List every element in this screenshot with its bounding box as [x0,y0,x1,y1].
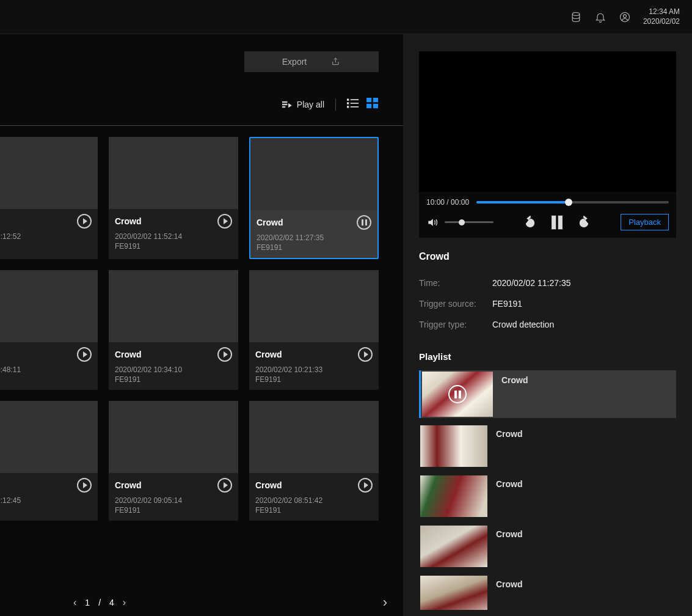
playlist-label: Crowd [501,372,528,385]
bell-icon[interactable] [594,11,606,23]
separator [335,98,336,111]
user-icon[interactable] [619,11,631,23]
play-icon[interactable] [217,478,232,493]
export-label: Export [282,57,307,67]
svg-rect-9 [351,103,359,104]
svg-text:10: 10 [581,221,586,226]
svg-rect-14 [366,104,371,108]
divider [0,125,403,126]
play-icon[interactable] [77,214,92,229]
play-all-label: Play all [297,100,324,109]
event-card[interactable]: Crowd2020/02/02 10:21:33FE9191 [249,270,379,390]
event-card[interactable]: Crowd2020/02/02 11:52:14FE9191 [109,137,238,259]
event-title: Crowd [115,216,142,226]
event-card[interactable]: 02/02 12:12:52 [0,137,98,259]
video-player: 10:00 / 00:00 10 10 [419,51,676,238]
event-timestamp: 2020/02/02 10:21:33 [255,365,373,374]
play-icon[interactable] [77,347,92,362]
event-thumbnail [0,401,98,473]
pause-button[interactable] [550,215,564,230]
pager: ‹ 1 / 4 › › [0,589,403,616]
event-thumbnail [250,138,377,210]
playlist-item[interactable]: Crowd [419,574,676,610]
page-next-button[interactable]: › [123,597,126,608]
event-thumbnail [109,270,238,342]
play-icon[interactable] [217,214,232,229]
event-timestamp: 2020/02/02 09:05:14 [115,496,232,505]
pause-icon[interactable] [357,215,371,230]
playlist-heading: Playlist [419,351,676,362]
event-card[interactable]: 02/02 09:12:45 [0,401,98,521]
play-all-button[interactable]: Play all [282,100,324,109]
detail-title: Crowd [419,251,676,262]
page-prev-button[interactable]: ‹ [73,597,76,608]
volume-icon[interactable] [426,216,439,229]
playlist-label: Crowd [496,576,523,589]
export-button[interactable]: Export [244,51,379,72]
list-view-button[interactable] [347,98,359,111]
playlist-thumbnail [420,576,487,610]
seek-bar[interactable] [476,201,669,204]
grid-view-button[interactable] [366,98,379,111]
event-timestamp: 02/02 09:12:45 [0,496,92,505]
event-thumbnail [109,137,238,209]
page-current: 1 [85,598,90,607]
playback-button[interactable]: Playback [621,214,669,230]
event-source: FE9191 [115,506,232,515]
svg-rect-11 [351,106,359,108]
play-icon[interactable] [217,347,232,362]
svg-rect-10 [347,106,349,108]
playlist-thumbnail [420,526,487,567]
svg-rect-7 [351,99,359,100]
event-card[interactable]: Crowd2020/02/02 09:05:14FE9191 [109,401,238,521]
source-key: Trigger source: [419,299,480,309]
svg-rect-3 [282,101,287,103]
playlist-item[interactable]: Crowd [419,370,676,418]
event-title: Crowd [255,350,282,359]
rewind-10-icon[interactable]: 10 [523,216,537,229]
event-card[interactable]: Crowd2020/02/02 10:34:10FE9191 [109,270,238,390]
event-thumbnail [0,270,98,342]
event-grid: 02/02 12:12:52Crowd2020/02/02 11:52:14FE… [0,137,395,521]
event-card[interactable]: Crowd2020/02/02 08:51:42FE9191 [249,401,379,521]
type-value: Crowd detection [492,320,554,329]
playlist-item[interactable]: Crowd [419,524,676,568]
svg-point-2 [623,14,626,17]
svg-rect-12 [366,98,371,102]
event-timestamp: 02/02 12:12:52 [0,232,92,241]
forward-10-icon[interactable]: 10 [577,216,591,229]
playlist-thumbnail [420,425,487,467]
clock-date: 2020/02/02 [643,17,680,27]
event-thumbnail [249,401,379,473]
event-thumbnail [0,137,98,209]
event-card[interactable]: 02/02 10:48:11 [0,270,98,390]
event-timestamp: 2020/02/02 11:27:35 [257,233,371,242]
play-icon[interactable] [358,478,373,493]
svg-point-0 [572,12,580,15]
event-timestamp: 02/02 10:48:11 [0,365,92,374]
playlist-item[interactable]: Crowd [419,474,676,518]
play-icon[interactable] [358,347,373,362]
svg-rect-17 [552,216,556,229]
event-card[interactable]: Crowd2020/02/02 11:27:35FE9191 [249,137,379,259]
detail-pane: 10:00 / 00:00 10 10 [403,34,692,616]
event-thumbnail [109,401,238,473]
event-title: Crowd [255,480,282,490]
page-total: 4 [109,598,114,607]
event-source: FE9191 [257,243,371,252]
event-source: FE9191 [115,375,232,384]
playlist-label: Crowd [496,425,523,439]
event-source: FE9191 [255,375,373,384]
event-title: Crowd [115,480,142,490]
volume-slider[interactable] [445,221,494,223]
event-source: FE9191 [115,242,232,251]
page-end-button[interactable]: › [383,595,387,610]
playlist-item[interactable]: Crowd [419,424,676,468]
svg-rect-15 [373,104,378,108]
grid-icon [366,98,379,109]
database-icon[interactable] [570,11,582,23]
svg-rect-18 [558,216,562,229]
events-pane: Export Play all 02/02 12:12:52Crowd2020/ [0,34,403,616]
video-frame[interactable] [419,51,676,192]
play-icon[interactable] [77,478,92,493]
